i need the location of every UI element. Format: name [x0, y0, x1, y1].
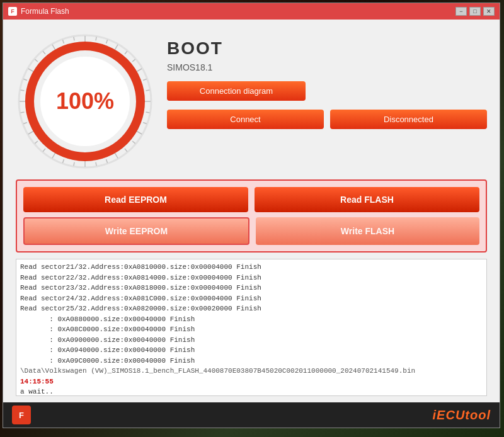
log-filepath: \Data\Volkswagen (VW)_SIMOS18.1_bench_FL…: [20, 366, 483, 377]
boot-title: BOOT: [167, 38, 487, 59]
log-line: Read sector21/32.Address:0xA0810000.size…: [20, 262, 483, 273]
bottom-bar: F iECUtool: [3, 402, 500, 428]
close-button[interactable]: ✕: [483, 7, 495, 16]
taskbar-app-icon[interactable]: F: [12, 406, 31, 424]
read-flash-button[interactable]: Read FLASH: [255, 187, 479, 212]
log-line: Read sector23/32.Address:0xA0818000.size…: [20, 283, 483, 293]
connect-row: Connect Disconnected: [167, 110, 487, 129]
connect-button[interactable]: Connect: [167, 110, 324, 129]
log-line: Read sector24/32.Address:0xA081C000.size…: [20, 293, 483, 304]
action-panel: Read EEPROM Read FLASH Write EEPROM Writ…: [16, 179, 487, 253]
log-timestamp: 14:15:55: [20, 377, 483, 387]
action-row-2: Write EEPROM Write FLASH: [23, 217, 479, 245]
content-area: 100% BOOT SIMOS18.1 Connection diagram C…: [3, 20, 500, 428]
minimize-button[interactable]: −: [455, 7, 467, 16]
connection-row: Connection diagram: [167, 81, 487, 101]
right-panel: BOOT SIMOS18.1 Connection diagram Connec…: [167, 32, 487, 171]
log-line: : 0xA0900000.size:0x00040000 Finish: [20, 335, 483, 346]
connection-diagram-button[interactable]: Connection diagram: [167, 81, 306, 101]
log-area[interactable]: Read sector21/32.Address:0xA0810000.size…: [16, 259, 487, 396]
log-line: : 0xA08C0000.size:0x00040000 Finish: [20, 324, 483, 335]
log-line: : 0xA0940000.size:0x00040000 Finish: [20, 345, 483, 356]
app-logo: iECUtool: [433, 408, 491, 423]
log-line: Read sector25/32.Address:0xA0820000.size…: [20, 304, 483, 314]
disconnected-button[interactable]: Disconnected: [330, 110, 487, 129]
progress-circle-container: 100%: [16, 32, 154, 171]
main-window: F Formula Flash − □ ✕: [3, 3, 500, 428]
log-line: Read sector22/32.Address:0xA0814000.size…: [20, 273, 483, 283]
write-eeprom-button[interactable]: Write EEPROM: [23, 217, 249, 245]
maximize-button[interactable]: □: [469, 7, 481, 16]
logo-text: ECUtool: [437, 408, 491, 422]
window-title: Formula Flash: [21, 7, 69, 16]
top-panel: 100% BOOT SIMOS18.1 Connection diagram C…: [3, 20, 500, 171]
app-icon: F: [8, 7, 17, 16]
action-row-1: Read EEPROM Read FLASH: [23, 187, 479, 212]
write-flash-button[interactable]: Write FLASH: [256, 217, 479, 245]
progress-percent: 100%: [16, 32, 154, 171]
log-line: a wait..: [20, 387, 483, 396]
read-eeprom-button[interactable]: Read EEPROM: [23, 187, 248, 212]
title-bar: F Formula Flash − □ ✕: [3, 3, 500, 20]
log-line: : 0xA09C0000.size:0x00040000 Finish: [20, 356, 483, 366]
title-bar-left: F Formula Flash: [8, 7, 69, 16]
title-bar-controls: − □ ✕: [455, 7, 495, 16]
boot-subtitle: SIMOS18.1: [167, 62, 487, 72]
log-line: : 0xA0880000.size:0x00040000 Finish: [20, 314, 483, 325]
